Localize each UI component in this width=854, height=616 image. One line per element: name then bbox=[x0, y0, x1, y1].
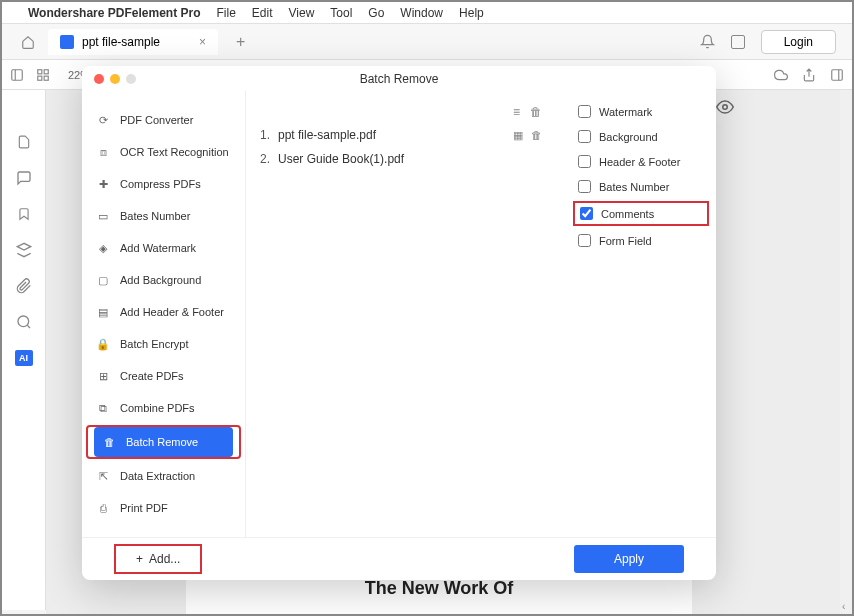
home-tab[interactable] bbox=[8, 35, 48, 49]
comment-icon[interactable] bbox=[16, 170, 32, 186]
bates-icon: ▭ bbox=[96, 209, 110, 223]
option-form-field[interactable]: Form Field bbox=[578, 234, 704, 247]
menu-window[interactable]: Window bbox=[400, 6, 443, 20]
plus-icon: + bbox=[136, 552, 143, 566]
menu-tool[interactable]: Tool bbox=[330, 6, 352, 20]
sidebar-toggle-icon[interactable] bbox=[10, 68, 24, 82]
menu-edit[interactable]: Edit bbox=[252, 6, 273, 20]
checkbox-background[interactable] bbox=[578, 130, 591, 143]
checkbox-comments[interactable] bbox=[580, 207, 593, 220]
login-button[interactable]: Login bbox=[761, 30, 836, 54]
sidebar-item-header-footer[interactable]: ▤Add Header & Footer bbox=[82, 297, 245, 327]
file-number: 2. bbox=[260, 152, 278, 166]
file-info-icon[interactable]: ▦ bbox=[513, 129, 523, 142]
sidebar-item-combine[interactable]: ⧉Combine PDFs bbox=[82, 393, 245, 423]
add-button[interactable]: +Add... bbox=[114, 544, 202, 574]
menu-file[interactable]: File bbox=[217, 6, 236, 20]
layers-icon[interactable] bbox=[16, 242, 32, 258]
sidebar-item-data-extraction[interactable]: ⇱Data Extraction bbox=[82, 461, 245, 491]
background-icon: ▢ bbox=[96, 273, 110, 287]
extract-icon: ⇱ bbox=[96, 469, 110, 483]
svg-line-10 bbox=[27, 325, 30, 328]
add-tab-button[interactable]: + bbox=[236, 33, 245, 51]
search-icon[interactable] bbox=[16, 314, 32, 330]
thumbnail-icon[interactable] bbox=[16, 134, 32, 150]
sidebar-item-compress[interactable]: ✚Compress PDFs bbox=[82, 169, 245, 199]
compress-icon: ✚ bbox=[96, 177, 110, 191]
bookmark-icon[interactable] bbox=[16, 206, 32, 222]
option-bates-number[interactable]: Bates Number bbox=[578, 180, 704, 193]
window-zoom-icon[interactable] bbox=[126, 74, 136, 84]
close-tab-icon[interactable]: × bbox=[199, 35, 206, 49]
watermark-icon: ◈ bbox=[96, 241, 110, 255]
bell-icon[interactable] bbox=[700, 34, 715, 49]
left-rail: AI bbox=[2, 90, 46, 610]
tab-title: ppt file-sample bbox=[82, 35, 160, 49]
option-comments[interactable]: Comments bbox=[580, 207, 702, 220]
delete-all-icon[interactable]: 🗑 bbox=[530, 105, 542, 119]
file-name: User Guide Book(1).pdf bbox=[278, 152, 542, 166]
print-icon: ⎙ bbox=[96, 501, 110, 515]
combine-icon: ⧉ bbox=[96, 401, 110, 415]
ocr-icon: ⧈ bbox=[96, 145, 110, 159]
checkbox-form-field[interactable] bbox=[578, 234, 591, 247]
document-tab[interactable]: ppt file-sample × bbox=[48, 29, 218, 55]
option-header-footer[interactable]: Header & Footer bbox=[578, 155, 704, 168]
remove-options: Watermark Background Header & Footer Bat… bbox=[566, 91, 716, 537]
panel-icon[interactable] bbox=[830, 68, 844, 82]
option-background[interactable]: Background bbox=[578, 130, 704, 143]
ai-icon[interactable]: AI bbox=[15, 350, 33, 366]
sidebar-item-batch-remove[interactable]: 🗑Batch Remove bbox=[94, 427, 233, 457]
batch-modal: Batch Remove ⟳PDF Converter ⧈OCR Text Re… bbox=[82, 66, 716, 580]
sidebar-item-watermark[interactable]: ◈Add Watermark bbox=[82, 233, 245, 263]
modal-sidebar: ⟳PDF Converter ⧈OCR Text Recognition ✚Co… bbox=[82, 91, 246, 537]
file-row[interactable]: 2. User Guide Book(1).pdf bbox=[252, 147, 560, 171]
svg-rect-3 bbox=[44, 69, 48, 73]
doc-headline: The New Work Of bbox=[186, 574, 692, 614]
checkbox-bates-number[interactable] bbox=[578, 180, 591, 193]
app-name[interactable]: Wondershare PDFelement Pro bbox=[28, 6, 201, 20]
svg-point-9 bbox=[18, 316, 29, 327]
tabbar: ppt file-sample × + Login bbox=[2, 24, 852, 60]
option-watermark[interactable]: Watermark bbox=[578, 105, 704, 118]
file-delete-icon[interactable]: 🗑 bbox=[531, 129, 542, 142]
file-name: ppt file-sample.pdf bbox=[278, 128, 513, 142]
svg-rect-2 bbox=[38, 69, 42, 73]
window-close-icon[interactable] bbox=[94, 74, 104, 84]
convert-icon: ⟳ bbox=[96, 113, 110, 127]
lock-icon: 🔒 bbox=[96, 337, 110, 351]
device-icon[interactable] bbox=[731, 35, 745, 49]
scroll-arrow-icon[interactable]: ‹ bbox=[842, 601, 845, 612]
trash-icon: 🗑 bbox=[102, 435, 116, 449]
sidebar-item-print[interactable]: ⎙Print PDF bbox=[82, 493, 245, 523]
scrollbar[interactable]: ‹ bbox=[840, 90, 852, 614]
apply-button[interactable]: Apply bbox=[574, 545, 684, 573]
svg-rect-0 bbox=[12, 69, 23, 80]
attachment-icon[interactable] bbox=[16, 278, 32, 294]
checkbox-header-footer[interactable] bbox=[578, 155, 591, 168]
create-icon: ⊞ bbox=[96, 369, 110, 383]
share-icon[interactable] bbox=[802, 68, 816, 82]
checkbox-watermark[interactable] bbox=[578, 105, 591, 118]
menu-go[interactable]: Go bbox=[368, 6, 384, 20]
menu-help[interactable]: Help bbox=[459, 6, 484, 20]
svg-point-11 bbox=[723, 105, 728, 110]
grid-icon[interactable] bbox=[36, 68, 50, 82]
file-list: ≡ 🗑 1. ppt file-sample.pdf ▦🗑 2. User Gu… bbox=[246, 91, 566, 537]
sidebar-item-encrypt[interactable]: 🔒Batch Encrypt bbox=[82, 329, 245, 359]
sidebar-item-bates[interactable]: ▭Bates Number bbox=[82, 201, 245, 231]
sidebar-item-create[interactable]: ⊞Create PDFs bbox=[82, 361, 245, 391]
sidebar-item-ocr[interactable]: ⧈OCR Text Recognition bbox=[82, 137, 245, 167]
pdf-icon bbox=[60, 35, 74, 49]
eye-icon[interactable] bbox=[716, 98, 734, 116]
list-view-icon[interactable]: ≡ bbox=[513, 105, 520, 119]
cloud-icon[interactable] bbox=[774, 68, 788, 82]
sidebar-item-background[interactable]: ▢Add Background bbox=[82, 265, 245, 295]
header-footer-icon: ▤ bbox=[96, 305, 110, 319]
sidebar-item-pdf-converter[interactable]: ⟳PDF Converter bbox=[82, 105, 245, 135]
menu-view[interactable]: View bbox=[289, 6, 315, 20]
svg-rect-6 bbox=[832, 69, 843, 80]
modal-title: Batch Remove bbox=[360, 72, 439, 86]
file-row[interactable]: 1. ppt file-sample.pdf ▦🗑 bbox=[252, 123, 560, 147]
window-minimize-icon[interactable] bbox=[110, 74, 120, 84]
